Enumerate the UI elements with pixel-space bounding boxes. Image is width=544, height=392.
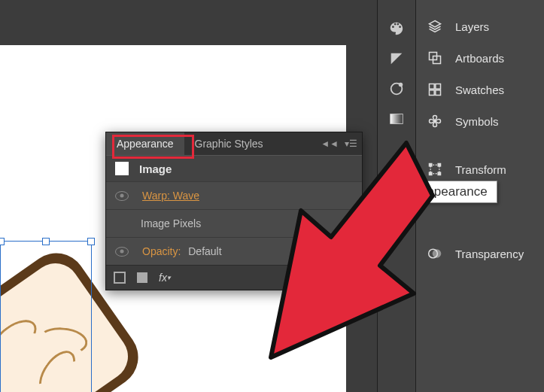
color-panel-icon[interactable]	[378, 14, 415, 44]
svg-rect-15	[430, 164, 432, 166]
transparency-icon	[427, 245, 443, 262]
panel-footer: fx▾	[106, 265, 362, 290]
transform-icon	[427, 161, 443, 178]
svg-point-6	[394, 161, 399, 166]
color-guide-panel-icon[interactable]	[378, 44, 415, 74]
swatches-icon	[427, 81, 443, 98]
add-stroke-icon[interactable]	[114, 272, 126, 284]
layers-label: Layers	[455, 20, 489, 33]
svg-rect-10	[430, 84, 435, 90]
panel-item-artboards[interactable]: Artboards	[416, 42, 544, 74]
panel-item-swatches[interactable]: Swatches	[416, 74, 544, 105]
tooltip-appearance: Appearance	[409, 181, 497, 203]
visibility-toggle-icon[interactable]	[115, 191, 129, 201]
svg-rect-17	[430, 172, 432, 175]
layers-icon	[427, 18, 443, 35]
recolor-panel-icon[interactable]	[378, 74, 415, 104]
svg-point-3	[399, 83, 403, 87]
selection-type-label: Image	[139, 163, 172, 175]
panel-item-transparency[interactable]: Transparency	[416, 238, 544, 269]
opacity-link[interactable]: Opacity:	[142, 245, 181, 257]
transform-label: Transform	[455, 163, 506, 176]
panel-selection-header: Image	[106, 155, 362, 181]
panel-item-symbols[interactable]: Symbols	[416, 105, 544, 137]
panel-collapse-icon[interactable]: ◄◄	[321, 138, 339, 149]
add-fill-icon[interactable]	[136, 272, 148, 284]
svg-point-20	[433, 249, 442, 258]
selection-bounding-box[interactable]	[0, 241, 92, 392]
attribute-row-opacity[interactable]: Opacity: Default	[106, 237, 362, 265]
svg-rect-1	[137, 272, 147, 283]
svg-rect-0	[114, 272, 125, 283]
contents-label: Image Pixels	[141, 217, 201, 229]
visibility-toggle-icon[interactable]	[115, 247, 129, 257]
symbols-icon	[427, 113, 443, 129]
appearance-panel-icon[interactable]	[378, 149, 415, 179]
gradient-panel-icon[interactable]	[378, 104, 415, 134]
tab-appearance[interactable]: Appearance	[106, 132, 184, 155]
svg-rect-13	[436, 90, 441, 96]
attribute-row-image-pixels[interactable]: Image Pixels	[106, 209, 362, 237]
appearance-panel: Appearance Graphic Styles ◄◄ ▾☰ Image Wa…	[105, 132, 363, 290]
artboards-icon	[427, 50, 443, 66]
panel-tabs: Appearance Graphic Styles ◄◄ ▾☰	[106, 132, 362, 155]
effect-link[interactable]: Warp: Wave	[142, 190, 199, 202]
panel-menu-icon[interactable]: ▾☰	[345, 138, 357, 149]
tab-graphic-styles[interactable]: Graphic Styles	[184, 132, 274, 155]
panel-item-layers[interactable]: Layers	[416, 11, 544, 42]
symbols-label: Symbols	[455, 115, 499, 128]
svg-rect-4	[391, 114, 403, 124]
artboards-label: Artboards	[455, 52, 504, 65]
svg-rect-12	[430, 90, 435, 96]
transparency-label: Transparency	[455, 248, 524, 260]
selection-thumbnail-icon	[115, 162, 129, 175]
svg-rect-11	[436, 84, 441, 90]
attribute-row-warp[interactable]: Warp: Wave	[106, 181, 362, 209]
swatches-label: Swatches	[455, 84, 504, 96]
svg-rect-16	[438, 164, 440, 166]
opacity-value: Default	[188, 245, 221, 257]
svg-rect-18	[438, 172, 440, 175]
svg-rect-7	[391, 189, 403, 200]
add-effect-icon[interactable]: fx▾	[159, 272, 171, 284]
